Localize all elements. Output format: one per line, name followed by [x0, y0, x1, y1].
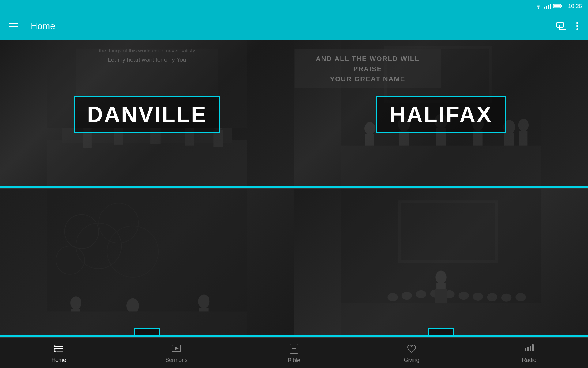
svg-rect-86	[525, 348, 526, 351]
nav-radio-label: Radio	[522, 357, 536, 363]
status-time: 10:26	[568, 3, 582, 10]
nav-home[interactable]: Home	[28, 344, 89, 363]
projection-text-halifax: AND ALL THE WORLD WILL PRAISEYOUR GREAT …	[294, 49, 441, 88]
svg-point-78	[54, 345, 56, 347]
svg-point-26	[364, 122, 375, 135]
svg-point-56	[402, 292, 412, 300]
content-grid: the things of this world could never sat…	[0, 40, 588, 337]
svg-rect-54	[401, 203, 495, 260]
svg-point-45	[70, 296, 81, 309]
home-icon	[54, 344, 64, 355]
svg-point-62	[487, 293, 497, 301]
svg-point-49	[198, 295, 209, 309]
progress-bar-bottom-right	[294, 335, 588, 337]
nav-home-label: Home	[51, 357, 66, 363]
nav-bible[interactable]: Bible	[263, 343, 325, 364]
nav-sermons[interactable]: Sermons	[146, 344, 207, 363]
card-label-danville: DANVILLE	[87, 102, 207, 127]
giving-icon	[406, 344, 417, 355]
svg-point-55	[387, 293, 398, 301]
svg-point-79	[54, 348, 56, 350]
menu-button[interactable]	[9, 23, 18, 29]
nav-bible-label: Bible	[288, 357, 300, 364]
app-title: Home	[31, 21, 556, 31]
svg-rect-3	[561, 5, 562, 7]
svg-rect-68	[435, 289, 447, 303]
svg-point-8	[576, 28, 578, 30]
svg-marker-82	[175, 347, 179, 350]
svg-point-63	[501, 294, 511, 302]
svg-point-80	[54, 350, 56, 352]
svg-point-6	[576, 22, 578, 24]
svg-point-61	[473, 293, 483, 301]
nav-sermons-label: Sermons	[165, 357, 187, 363]
signal-icon	[544, 4, 551, 9]
status-bar: 10:26	[0, 0, 588, 12]
svg-point-36	[518, 119, 529, 131]
card-label-box-danville: DANVILLE	[74, 96, 220, 133]
bottom-nav: Home Sermons Bible Giving	[0, 337, 588, 368]
progress-bar-danville	[0, 186, 294, 188]
svg-rect-89	[532, 344, 534, 351]
nav-radio[interactable]: Radio	[499, 344, 560, 363]
card-label-box-halifax: HALIFAX	[376, 96, 506, 133]
battery-icon	[553, 4, 562, 8]
svg-point-65	[435, 271, 446, 284]
wifi-icon	[535, 4, 542, 9]
svg-point-64	[515, 293, 526, 301]
svg-point-47	[126, 298, 139, 313]
card-halifax[interactable]: AND ALL THE WORLD WILL PRAISEYOUR GREAT …	[294, 40, 588, 189]
sermons-icon	[171, 344, 182, 355]
card-bottom-left[interactable]	[0, 189, 294, 337]
nav-giving-label: Giving	[404, 357, 419, 363]
more-icon[interactable]	[576, 21, 579, 31]
svg-rect-9	[47, 140, 247, 188]
nav-giving[interactable]: Giving	[381, 344, 442, 363]
card-danville[interactable]: the things of this world could never sat…	[0, 40, 294, 189]
card-label-halifax: HALIFAX	[390, 102, 492, 127]
svg-rect-2	[554, 5, 560, 8]
svg-rect-88	[530, 346, 531, 351]
svg-rect-12	[83, 131, 92, 148]
radio-icon	[524, 344, 534, 355]
svg-point-57	[416, 290, 426, 298]
svg-rect-38	[341, 146, 541, 188]
card-bottom-right[interactable]	[294, 189, 588, 337]
progress-bar-halifax	[294, 186, 588, 188]
chat-icon[interactable]	[556, 22, 567, 30]
lyrics-danville: the things of this world could never sat…	[0, 48, 294, 63]
svg-rect-87	[527, 347, 529, 351]
svg-point-7	[576, 25, 578, 27]
progress-bar-bottom-left	[0, 335, 294, 337]
app-bar: Home	[0, 12, 588, 40]
svg-point-60	[459, 292, 469, 300]
svg-point-0	[538, 8, 539, 9]
bible-icon	[289, 343, 299, 355]
